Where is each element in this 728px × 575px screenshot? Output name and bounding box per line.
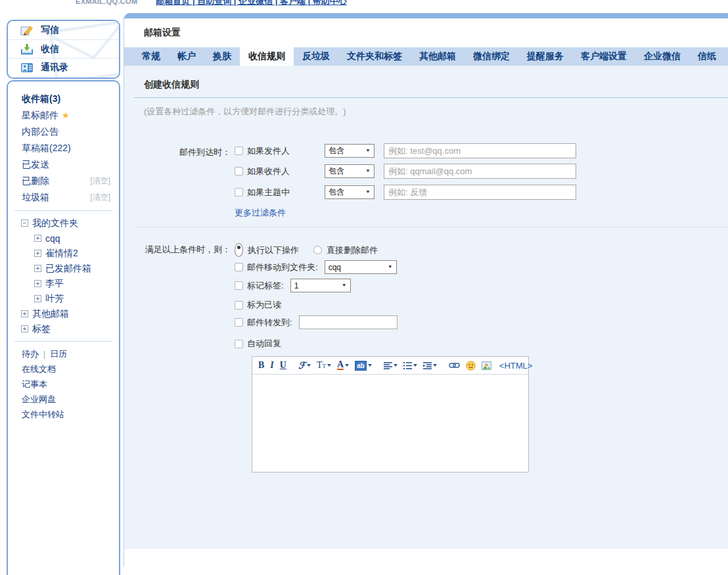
folder-inbox[interactable]: 收件箱(3)	[8, 91, 119, 107]
top-clipped-links[interactable]: 邮箱首页 | 自助查询 | 企业微信 | 客户端 | 帮助中心	[156, 0, 346, 7]
tab-antispam[interactable]: 反垃圾	[294, 47, 338, 66]
align-icon[interactable]	[384, 362, 398, 369]
sidebar-divider	[14, 341, 112, 342]
recipient-value-input[interactable]	[384, 164, 576, 179]
expand-icon[interactable]	[34, 295, 41, 302]
delete-mail-radio[interactable]	[313, 246, 322, 254]
folder-spam[interactable]: 垃圾箱 [清空]	[8, 189, 119, 206]
collapse-icon[interactable]	[21, 219, 28, 227]
folder-starred[interactable]: 星标邮件 ★	[8, 107, 119, 124]
recipient-checkbox[interactable]	[235, 167, 243, 175]
tree-tags[interactable]: 标签	[8, 321, 119, 336]
rules-content: 创建收信规则 (设置各种过滤条件，以方便对邮件进行分类或处理。) 邮件到达时： …	[124, 66, 728, 549]
subject-value-input[interactable]	[384, 185, 576, 200]
expand-icon[interactable]	[34, 235, 41, 242]
tab-wechat-binding[interactable]: 微信绑定	[465, 47, 518, 66]
emoticon-icon[interactable]	[466, 361, 476, 371]
sender-operator-select[interactable]: 包含 ▼	[325, 144, 375, 158]
settings-tabbar: 常规 帐户 换肤 收信规则 反垃圾 文件夹和标签 其他邮箱 微信绑定 提醒服务 …	[124, 47, 728, 66]
recipient-operator-select[interactable]: 包含 ▼	[325, 164, 375, 178]
sidebar-item-contacts[interactable]: 通讯录	[8, 58, 119, 76]
font-color-icon[interactable]: A	[337, 361, 349, 370]
subject-operator-select[interactable]: 包含 ▼	[325, 185, 375, 199]
todo-link[interactable]: 待办	[22, 348, 39, 360]
bold-icon[interactable]: B	[258, 360, 264, 371]
arrival-label: 邮件到达时：	[124, 147, 231, 158]
calendar-link[interactable]: 日历	[50, 348, 67, 360]
editor-body[interactable]	[252, 375, 528, 472]
tag-select[interactable]: 1 ▼	[290, 279, 351, 292]
subject-checkbox[interactable]	[235, 188, 243, 196]
autoreply-checkbox[interactable]	[235, 340, 243, 348]
image-icon[interactable]	[482, 361, 491, 370]
underline-icon[interactable]: U	[280, 360, 286, 371]
tab-stationery[interactable]: 信纸	[689, 47, 725, 66]
expand-icon[interactable]	[21, 325, 28, 333]
contacts-icon	[20, 62, 34, 73]
sidebar-actions-box: 写信 收信 通讯录	[7, 20, 120, 79]
tab-skin[interactable]: 换肤	[204, 47, 240, 66]
sender-checkbox[interactable]	[235, 147, 243, 155]
panel-top-bar	[124, 13, 728, 18]
link-icon[interactable]	[449, 362, 460, 369]
tag-label: 标记标签:	[247, 280, 284, 292]
highlight-icon[interactable]: ab	[355, 361, 372, 371]
star-icon: ★	[62, 110, 70, 120]
sidebar-item-compose[interactable]: 写信	[8, 21, 119, 39]
autoreply-editor: B I U ℱ TT A ab	[252, 356, 529, 472]
tree-other-mailboxes[interactable]: 其他邮箱	[8, 306, 119, 321]
font-family-icon[interactable]: ℱ	[298, 360, 311, 371]
main-panel: 邮箱设置 常规 帐户 换肤 收信规则 反垃圾 文件夹和标签 其他邮箱 微信绑定 …	[124, 13, 728, 566]
tab-folders-tags[interactable]: 文件夹和标签	[338, 47, 411, 66]
sidebar-divider	[14, 210, 112, 211]
font-size-icon[interactable]: TT	[317, 360, 331, 371]
empty-deleted-link[interactable]: [清空]	[90, 175, 110, 187]
tree-folder-liping[interactable]: 李平	[8, 276, 119, 291]
forward-address-input[interactable]	[299, 315, 398, 329]
file-transfer-link[interactable]: 文件中转站	[22, 409, 64, 421]
tab-mail-rules[interactable]: 收信规则	[240, 47, 294, 66]
folder-deleted[interactable]: 已删除 [清空]	[8, 173, 119, 189]
link-separator: |	[43, 350, 45, 359]
italic-icon[interactable]: I	[270, 360, 273, 371]
expand-icon[interactable]	[34, 280, 41, 287]
online-docs-link[interactable]: 在线文档	[22, 363, 56, 375]
mark-read-label: 标为已读	[247, 299, 281, 311]
chevron-down-icon: ▼	[365, 149, 371, 153]
list-icon[interactable]	[403, 362, 417, 369]
notes-link[interactable]: 记事本	[22, 379, 47, 390]
forward-label: 邮件转发到:	[247, 317, 292, 329]
expand-icon[interactable]	[34, 250, 41, 257]
tree-folder-cqq[interactable]: cqq	[8, 231, 119, 246]
move-folder-checkbox[interactable]	[235, 263, 243, 271]
expand-icon[interactable]	[21, 310, 28, 317]
indent-icon[interactable]	[423, 362, 437, 369]
tag-checkbox[interactable]	[235, 281, 243, 290]
tab-other-mailboxes[interactable]: 其他邮箱	[411, 47, 465, 66]
tab-enterprise-wechat[interactable]: 企业微信	[635, 47, 689, 66]
enterprise-drive-link[interactable]: 企业网盘	[22, 394, 56, 405]
sidebar-item-receive[interactable]: 收信	[8, 39, 119, 58]
section-title-rule	[134, 97, 728, 98]
folder-drafts[interactable]: 草稿箱(222)	[8, 140, 119, 156]
execute-actions-radio[interactable]	[235, 243, 243, 257]
chevron-down-icon: ▼	[365, 169, 371, 173]
move-folder-select[interactable]: cqq ▼	[325, 260, 397, 274]
html-button[interactable]: <HTML>	[499, 361, 533, 371]
empty-spam-link[interactable]: [清空]	[90, 192, 110, 203]
expand-icon[interactable]	[34, 265, 41, 272]
sender-value-input[interactable]	[384, 143, 576, 158]
tree-folder-yefang[interactable]: 叶芳	[8, 291, 119, 306]
forward-checkbox[interactable]	[235, 318, 243, 327]
folder-announcements[interactable]: 内部公告	[8, 124, 119, 140]
tab-general[interactable]: 常规	[133, 47, 169, 66]
tree-folder-cuiqingqing2[interactable]: 崔情情2	[8, 246, 119, 261]
tab-reminder-service[interactable]: 提醒服务	[518, 47, 572, 66]
tree-folder-sent-mailbox[interactable]: 已发邮件箱	[8, 261, 119, 276]
more-filters-link[interactable]: 更多过滤条件	[235, 207, 286, 219]
folder-sent[interactable]: 已发送	[8, 156, 119, 173]
mark-read-checkbox[interactable]	[235, 301, 243, 310]
tree-my-folders[interactable]: 我的文件夹	[8, 216, 119, 231]
tab-client-settings[interactable]: 客户端设置	[572, 47, 635, 66]
tab-account[interactable]: 帐户	[169, 47, 204, 66]
